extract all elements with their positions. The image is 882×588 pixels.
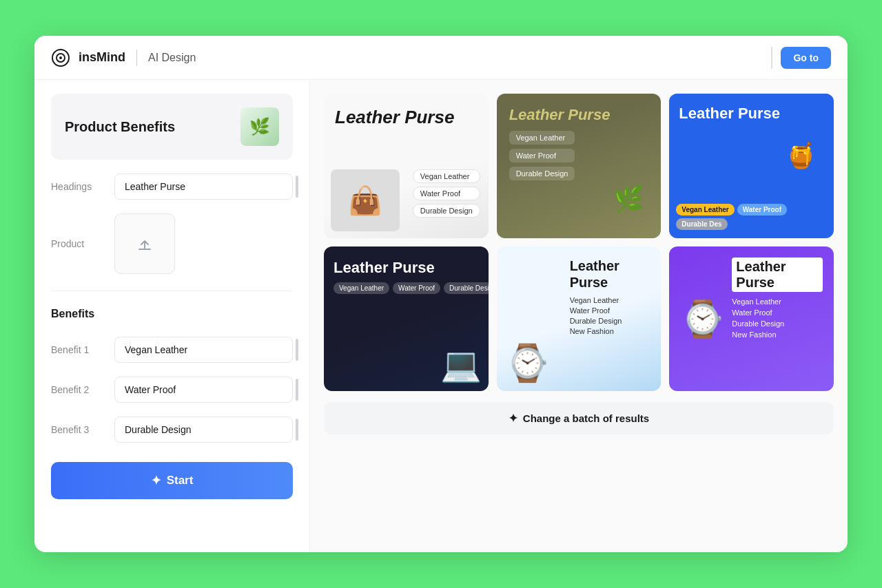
main-content: Product Benefits 🌿 Headings Product xyxy=(34,80,848,552)
card-4-badges: Vegan Leather Water Proof Durable Design xyxy=(334,282,479,294)
logo-icon xyxy=(51,48,70,67)
card-3-image: 🍯 xyxy=(773,121,828,190)
start-button[interactable]: ✦ Start xyxy=(51,462,293,499)
logo-text: insMind xyxy=(79,50,125,65)
card-3-title: Leather Purse xyxy=(679,105,824,123)
goto-button[interactable]: Go to xyxy=(781,47,831,69)
result-card-5[interactable]: LeatherPurse Vegan Leather Water Proof D… xyxy=(497,246,662,391)
product-benefits-emoji: 🌿 xyxy=(249,117,270,136)
benefit1-label: Benefit 1 xyxy=(51,344,106,355)
benefit1-scrollbar xyxy=(296,339,298,361)
start-label: Start xyxy=(167,474,194,487)
headings-scrollbar xyxy=(296,176,298,198)
card-5-benefit-2: Water Proof xyxy=(570,306,650,315)
card-2-badge-2: Water Proof xyxy=(509,149,575,162)
benefit1-input[interactable] xyxy=(114,337,293,363)
header: insMind AI Design Go to xyxy=(34,36,848,80)
card-6-benefit-2: Water Proof xyxy=(732,308,823,317)
header-subtitle: AI Design xyxy=(148,52,196,64)
card-1-badge-2: Water Proof xyxy=(413,187,480,200)
product-upload[interactable] xyxy=(114,213,175,274)
card-4-title: Leather Purse xyxy=(334,259,479,277)
product-benefits-card: Product Benefits 🌿 xyxy=(51,94,293,160)
card-1-image: 👜 xyxy=(331,169,400,231)
benefit2-label: Benefit 2 xyxy=(51,384,106,395)
header-right: Go to xyxy=(771,47,831,69)
card-5-benefit-3: Durable Design xyxy=(570,317,650,325)
header-divider xyxy=(136,50,137,66)
product-benefits-image: 🌿 xyxy=(240,107,279,146)
card-6-benefit-1: Vegan Leather xyxy=(732,297,823,306)
start-sparkle-icon: ✦ xyxy=(151,473,161,488)
card-1-badges: Vegan Leather Water Proof Durable Design xyxy=(413,169,480,218)
benefit2-input[interactable] xyxy=(114,377,293,403)
product-label: Product xyxy=(51,238,106,249)
change-batch-button[interactable]: ✦ Change a batch of results xyxy=(324,402,834,434)
card-3-badge-2: Water Proof xyxy=(737,204,787,216)
card-5-benefit-4: New Fashion xyxy=(570,327,650,335)
card-6-image: ⌚ xyxy=(680,258,725,380)
card-6-benefit-4: New Fashion xyxy=(732,330,823,339)
card-4-badge-3: Durable Design xyxy=(444,282,489,294)
card-5-benefit-1: Vegan Leather xyxy=(570,296,650,304)
card-3-badge-3: Durable Des xyxy=(676,218,727,230)
card-2-badge-3: Durable Design xyxy=(509,167,575,180)
right-panel: Leather Purse 👜 Vegan Leather Water Proo… xyxy=(310,80,848,552)
card-2-title: Leather Purse xyxy=(509,106,611,124)
card-4-badge-1: Vegan Leather xyxy=(334,282,389,294)
card-1-badge-1: Vegan Leather xyxy=(413,169,480,183)
benefit3-row: Benefit 3 xyxy=(51,417,293,443)
headings-input[interactable] xyxy=(114,174,293,200)
headings-label: Headings xyxy=(51,181,106,192)
card-4-image: 💻 xyxy=(440,346,482,384)
header-separator xyxy=(771,47,772,69)
card-2-badges: Vegan Leather Water Proof Durable Design xyxy=(509,131,575,180)
result-card-4[interactable]: Leather Purse Vegan Leather Water Proof … xyxy=(324,246,489,391)
card-5-benefits: Vegan Leather Water Proof Durable Design… xyxy=(570,296,650,335)
card-6-title: LeatherPurse xyxy=(732,258,823,292)
product-row: Product xyxy=(51,213,293,274)
benefits-section-title: Benefits xyxy=(51,308,293,320)
card-2-badge-1: Vegan Leather xyxy=(509,131,575,145)
card-1-badge-3: Durable Design xyxy=(413,204,480,218)
svg-point-2 xyxy=(59,56,62,59)
card-2-image: 🌿 xyxy=(604,168,653,230)
change-batch-label: Change a batch of results xyxy=(523,412,649,424)
upload-icon xyxy=(134,233,156,255)
result-card-2[interactable]: Leather Purse Vegan Leather Water Proof … xyxy=(497,94,662,238)
product-benefits-title: Product Benefits xyxy=(65,119,175,135)
card-1-title: Leather Purse xyxy=(335,107,454,127)
card-3-badges: Vegan Leather Water Proof Durable Des xyxy=(676,204,834,230)
benefit3-scrollbar xyxy=(296,419,298,441)
headings-row: Headings xyxy=(51,174,293,200)
benefit2-scrollbar xyxy=(296,379,298,401)
benefit2-row: Benefit 2 xyxy=(51,377,293,403)
card-4-badge-2: Water Proof xyxy=(393,282,440,294)
card-1-inner: Leather Purse 👜 Vegan Leather Water Proo… xyxy=(324,94,489,238)
benefit1-row: Benefit 1 xyxy=(51,337,293,363)
benefit3-input[interactable] xyxy=(114,417,293,443)
card-6-benefit-3: Durable Design xyxy=(732,319,823,328)
benefit3-label: Benefit 3 xyxy=(51,424,106,435)
card-3-badge-1: Vegan Leather xyxy=(676,204,734,216)
results-grid: Leather Purse 👜 Vegan Leather Water Proo… xyxy=(324,94,834,391)
card-5-image: ⌚ xyxy=(505,342,550,384)
result-card-3[interactable]: Leather Purse 🍯 Vegan Leather Water Proo… xyxy=(669,94,834,238)
left-panel: Product Benefits 🌿 Headings Product xyxy=(34,80,310,552)
divider xyxy=(51,291,293,291)
card-5-title: LeatherPurse xyxy=(570,258,650,291)
card-6-content: LeatherPurse Vegan Leather Water Proof D… xyxy=(725,258,823,380)
result-card-6[interactable]: ⌚ LeatherPurse Vegan Leather Water Proof… xyxy=(669,246,834,391)
result-card-1[interactable]: Leather Purse 👜 Vegan Leather Water Proo… xyxy=(324,94,489,238)
header-left: insMind AI Design xyxy=(51,48,196,67)
change-batch-sparkle-icon: ✦ xyxy=(509,412,517,425)
